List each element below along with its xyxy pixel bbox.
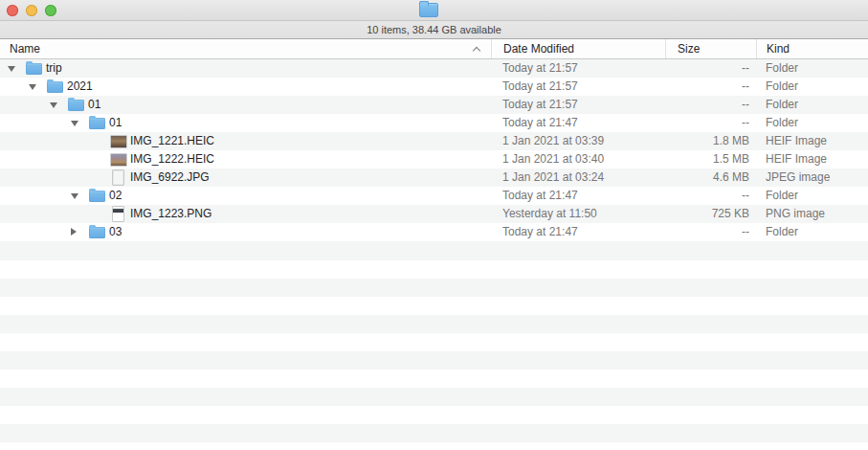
name-cell: 2021 xyxy=(0,78,491,96)
table-row[interactable]: IMG_1222.HEIC1 Jan 2021 at 03:401.5 MBHE… xyxy=(0,150,868,169)
name-cell: IMG_6922.JPG xyxy=(0,169,491,187)
folder-icon xyxy=(89,118,105,129)
disclosure-triangle-icon[interactable] xyxy=(29,84,36,90)
kind-cell: JPEG image xyxy=(756,169,868,187)
disclosure-triangle-icon[interactable] xyxy=(8,66,15,72)
empty-row xyxy=(0,279,868,297)
empty-row xyxy=(0,241,868,259)
date-modified-cell: Today at 21:57 xyxy=(491,78,665,96)
table-row[interactable]: 01Today at 21:57--Folder xyxy=(0,96,868,114)
kind-cell: Folder xyxy=(756,59,868,78)
name-cell: 03 xyxy=(0,223,491,241)
date-modified-cell: Yesterday at 11:50 xyxy=(491,205,665,223)
kind-cell: Folder xyxy=(756,96,868,114)
column-header-kind[interactable]: Kind xyxy=(756,39,868,58)
size-cell: 4.6 MB xyxy=(665,169,756,187)
kind-cell: Folder xyxy=(756,223,868,241)
table-row[interactable]: IMG_6922.JPG1 Jan 2021 at 03:244.6 MBJPE… xyxy=(0,169,868,187)
empty-row xyxy=(0,315,868,333)
disclosure-triangle-icon[interactable] xyxy=(71,121,78,126)
zoom-button[interactable] xyxy=(45,5,56,16)
folder-icon xyxy=(47,81,63,93)
kind-cell: Folder xyxy=(756,78,868,96)
table-row[interactable]: 02Today at 21:47--Folder xyxy=(0,187,868,205)
column-header-date-modified[interactable]: Date Modified xyxy=(491,39,665,58)
empty-row xyxy=(0,260,868,279)
column-header-row: Name Date Modified Size Kind xyxy=(0,39,868,59)
photo-thumbnail-portrait-icon xyxy=(110,169,126,186)
size-cell: -- xyxy=(665,187,756,205)
date-modified-cell: 1 Jan 2021 at 03:39 xyxy=(491,132,665,150)
column-header-size[interactable]: Size xyxy=(665,39,756,58)
name-cell: 01 xyxy=(0,114,491,132)
file-name-label: IMG_1222.HEIC xyxy=(130,150,214,169)
name-cell: trip xyxy=(0,59,491,78)
empty-row xyxy=(0,424,868,442)
screenshot-thumbnail-icon xyxy=(110,206,126,222)
folder-icon xyxy=(68,100,84,111)
size-cell: -- xyxy=(665,223,756,241)
status-bar: 10 items, 38.44 GB available xyxy=(0,21,868,39)
folder-icon xyxy=(89,191,105,202)
empty-row xyxy=(0,333,868,351)
kind-cell: Folder xyxy=(756,187,868,205)
empty-row xyxy=(0,406,868,424)
column-header-name[interactable]: Name xyxy=(0,39,491,58)
date-modified-cell: Today at 21:47 xyxy=(491,114,665,132)
file-name-label: IMG_1223.PNG xyxy=(130,205,211,223)
folder-icon xyxy=(89,227,105,238)
traffic-lights xyxy=(7,5,56,16)
table-row[interactable]: IMG_1221.HEIC1 Jan 2021 at 03:391.8 MBHE… xyxy=(0,132,868,150)
name-cell: 01 xyxy=(0,96,491,114)
name-cell: IMG_1221.HEIC xyxy=(0,132,491,150)
empty-row xyxy=(0,297,868,315)
file-name-label: 01 xyxy=(109,114,122,132)
file-name-label: trip xyxy=(46,59,62,78)
title-bar[interactable] xyxy=(0,0,868,21)
file-name-label: 02 xyxy=(109,187,122,205)
kind-cell: HEIF Image xyxy=(756,150,868,169)
table-row[interactable]: IMG_1223.PNGYesterday at 11:50725 KBPNG … xyxy=(0,205,868,223)
table-row[interactable]: 03Today at 21:47--Folder xyxy=(0,223,868,241)
file-name-label: IMG_1221.HEIC xyxy=(130,132,214,150)
close-button[interactable] xyxy=(7,5,18,16)
table-row[interactable]: 2021Today at 21:57--Folder xyxy=(0,78,868,96)
status-text: 10 items, 38.44 GB available xyxy=(367,24,501,35)
size-cell: 1.8 MB xyxy=(665,132,756,150)
folder-icon xyxy=(26,63,42,75)
kind-cell: HEIF Image xyxy=(756,132,868,150)
file-list[interactable]: tripToday at 21:57--Folder2021Today at 2… xyxy=(0,59,868,442)
date-modified-cell: Today at 21:57 xyxy=(491,59,665,78)
date-modified-cell: 1 Jan 2021 at 03:24 xyxy=(491,169,665,187)
disclosure-triangle-icon[interactable] xyxy=(71,193,78,199)
size-cell: 725 KB xyxy=(665,205,756,223)
finder-window: 10 items, 38.44 GB available Name Date M… xyxy=(0,0,868,450)
file-name-label: 03 xyxy=(109,223,122,241)
size-cell: -- xyxy=(665,96,756,114)
file-name-label: 01 xyxy=(88,96,100,114)
size-cell: 1.5 MB xyxy=(665,150,756,169)
table-row[interactable]: tripToday at 21:57--Folder xyxy=(0,59,868,78)
name-cell: IMG_1222.HEIC xyxy=(0,150,491,169)
date-modified-cell: Today at 21:47 xyxy=(491,223,665,241)
sort-ascending-icon xyxy=(473,47,480,55)
empty-row xyxy=(0,370,868,388)
name-cell: 02 xyxy=(0,187,491,205)
date-modified-cell: Today at 21:57 xyxy=(491,96,665,114)
name-cell: IMG_1223.PNG xyxy=(0,205,491,223)
kind-cell: PNG image xyxy=(756,205,868,223)
disclosure-triangle-icon[interactable] xyxy=(50,102,57,108)
photo-thumbnail-sky-icon xyxy=(110,151,126,168)
file-name-label: 2021 xyxy=(67,78,93,96)
date-modified-cell: Today at 21:47 xyxy=(491,187,665,205)
minimize-button[interactable] xyxy=(26,5,37,16)
disclosure-triangle-icon[interactable] xyxy=(71,228,77,236)
size-cell: -- xyxy=(665,78,756,96)
photo-thumbnail-dark-icon xyxy=(110,133,126,149)
date-modified-cell: 1 Jan 2021 at 03:40 xyxy=(491,150,665,169)
size-cell: -- xyxy=(665,114,756,132)
table-row[interactable]: 01Today at 21:47--Folder xyxy=(0,114,868,132)
file-name-label: IMG_6922.JPG xyxy=(130,169,210,187)
kind-cell: Folder xyxy=(756,114,868,132)
folder-proxy-icon[interactable] xyxy=(419,3,438,17)
